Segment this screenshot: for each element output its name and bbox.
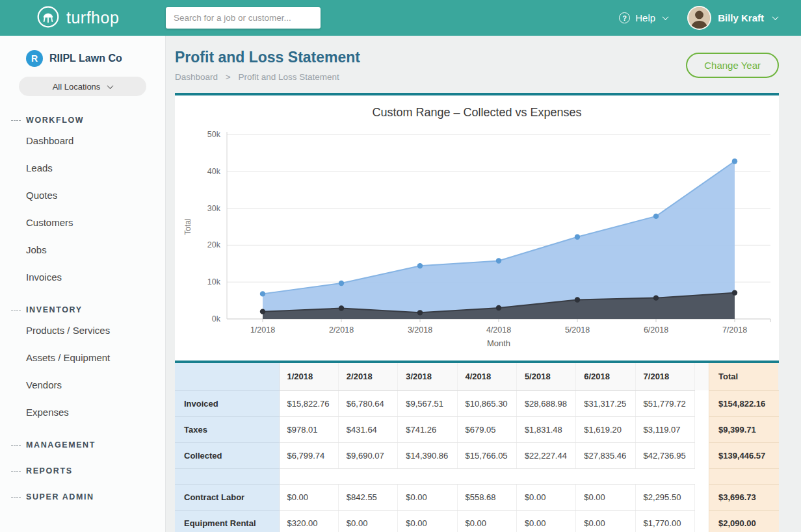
table-cell: $6,799.74 xyxy=(279,442,338,468)
sidebar-item-leads[interactable]: Leads xyxy=(0,155,165,182)
tree-dash-icon xyxy=(11,310,21,310)
table-gap-column xyxy=(695,510,709,532)
topbar-right: ? Help Billy Kraft xyxy=(619,6,801,30)
search-input[interactable] xyxy=(166,7,321,29)
row-label: Collected xyxy=(175,442,279,468)
table-cell: $28,688.98 xyxy=(516,390,575,416)
tree-dash-icon xyxy=(11,120,21,121)
company-badge-icon: R xyxy=(26,50,43,67)
table-cell: $1,831.48 xyxy=(516,416,575,442)
location-selector[interactable]: All Locations xyxy=(19,77,146,96)
breadcrumb-separator: > xyxy=(226,72,231,82)
tree-dash-icon xyxy=(11,445,21,446)
nav-section-management: MANAGEMENT xyxy=(0,438,165,452)
collected-vs-expenses-chart: 0k10k20k30k40k50kTotal1/20182/20183/2018… xyxy=(175,125,779,361)
svg-text:Total: Total xyxy=(183,218,192,234)
table-cell: $3,119.07 xyxy=(635,416,694,442)
nav-section-header-super-admin: SUPER ADMIN xyxy=(0,490,165,504)
profit-loss-panel: Custom Range – Collected vs Expenses 0k1… xyxy=(175,93,779,532)
row-label: Contract Labor xyxy=(175,484,279,510)
table-cell: $431.64 xyxy=(338,416,397,442)
chart-section: Custom Range – Collected vs Expenses 0k1… xyxy=(175,93,779,361)
row-total: $139,446.57 xyxy=(709,442,779,468)
sidebar-item-vendors[interactable]: Vendors xyxy=(0,372,165,399)
nav-section-workflow: WORKFLOWDashboardLeadsQuotesCustomersJob… xyxy=(0,113,165,291)
row-label: Equipment Rental xyxy=(175,510,279,532)
col-header-labels xyxy=(175,363,279,390)
table-gap-column xyxy=(695,468,709,484)
sidebar-item-customers[interactable]: Customers xyxy=(0,209,165,236)
table-cell: $15,822.76 xyxy=(279,390,338,416)
table-cell: $2,295.50 xyxy=(635,484,694,510)
topbar: turfhop ? Help Billy Kraft xyxy=(0,0,801,36)
sidebar-nav: WORKFLOWDashboardLeadsQuotesCustomersJob… xyxy=(0,113,165,504)
nav-section-label: REPORTS xyxy=(26,466,73,475)
svg-text:20k: 20k xyxy=(207,240,221,249)
svg-text:4/2018: 4/2018 xyxy=(486,325,511,335)
change-year-button[interactable]: Change Year xyxy=(686,53,779,78)
chevron-down-icon xyxy=(663,14,669,20)
row-total xyxy=(709,468,779,484)
table-cell: $0.00 xyxy=(338,510,397,532)
nav-section-header-reports: REPORTS xyxy=(0,464,165,478)
table-spacer-row xyxy=(175,468,779,484)
table-cell: $558.68 xyxy=(457,484,516,510)
table-cell: $9,567.51 xyxy=(398,390,457,416)
table-gap-column xyxy=(695,363,709,390)
col-header-4-2018: 4/2018 xyxy=(457,363,516,390)
svg-text:0k: 0k xyxy=(212,314,221,323)
col-header-3-2018: 3/2018 xyxy=(398,363,457,390)
table-cell: $741.26 xyxy=(398,416,457,442)
help-menu[interactable]: ? Help xyxy=(619,12,668,23)
user-menu[interactable]: Billy Kraft xyxy=(687,6,778,30)
turfhop-logo[interactable]: turfhop xyxy=(0,5,166,31)
sidebar-item-expenses[interactable]: Expenses xyxy=(0,399,165,426)
chevron-down-icon xyxy=(107,82,114,89)
sidebar-item-invoices[interactable]: Invoices xyxy=(0,264,165,291)
nav-section-header-management: MANAGEMENT xyxy=(0,438,165,452)
nav-section-label: WORKFLOW xyxy=(26,116,84,125)
table-section: 1/20182/20183/20184/20185/20186/20187/20… xyxy=(175,361,779,532)
table-row-equipment-rental: Equipment Rental$320.00$0.00$0.00$0.00$0… xyxy=(175,510,779,532)
svg-text:50k: 50k xyxy=(207,130,221,139)
nav-section-reports: REPORTS xyxy=(0,464,165,478)
svg-text:7/2018: 7/2018 xyxy=(722,325,747,335)
tree-dash-icon xyxy=(11,471,21,472)
table-row-taxes: Taxes$978.01$431.64$741.26$679.05$1,831.… xyxy=(175,416,779,442)
row-label: Invoiced xyxy=(175,390,279,416)
breadcrumb-dashboard[interactable]: Dashboard xyxy=(175,72,218,82)
table-cell: $27,835.46 xyxy=(576,442,635,468)
sidebar-item-jobs[interactable]: Jobs xyxy=(0,236,165,264)
row-label: Taxes xyxy=(175,416,279,442)
col-header-6-2018: 6/2018 xyxy=(576,363,635,390)
svg-text:30k: 30k xyxy=(207,204,221,213)
svg-text:40k: 40k xyxy=(207,167,221,176)
table-cell: $14,390.86 xyxy=(398,442,457,468)
company: R RIIPL Lawn Co xyxy=(0,36,165,67)
table-gap-column xyxy=(695,484,709,510)
page-header: Profit and Loss Statement Dashboard > Pr… xyxy=(175,47,779,82)
row-total: $2,090.00 xyxy=(709,510,779,532)
table-header-row: 1/20182/20183/20184/20185/20186/20187/20… xyxy=(175,363,779,390)
nav-section-label: MANAGEMENT xyxy=(26,440,96,450)
sidebar-item-dashboard[interactable]: Dashboard xyxy=(0,127,165,155)
table-cell: $0.00 xyxy=(398,510,457,532)
table-row-invoiced: Invoiced$15,822.76$6,780.64$9,567.51$10,… xyxy=(175,390,779,416)
nav-section-inventory: INVENTORYProducts / ServicesAssets / Equ… xyxy=(0,303,165,426)
sidebar-item-assets-equipment[interactable]: Assets / Equipment xyxy=(0,344,165,372)
table-cell: $978.01 xyxy=(279,416,338,442)
table-cell: $22,227.44 xyxy=(516,442,575,468)
table-gap-column xyxy=(695,390,709,416)
sidebar-item-products-services[interactable]: Products / Services xyxy=(0,317,165,344)
spacer-cells xyxy=(279,468,695,484)
nav-section-header-inventory: INVENTORY xyxy=(0,303,165,317)
sidebar: R RIIPL Lawn Co All Locations WORKFLOWDa… xyxy=(0,36,166,532)
breadcrumb-current: Profit and Loss Statement xyxy=(238,72,339,82)
help-label: Help xyxy=(635,12,655,23)
svg-text:5/2018: 5/2018 xyxy=(565,325,590,335)
table-cell: $0.00 xyxy=(576,484,635,510)
svg-text:1/2018: 1/2018 xyxy=(250,325,275,335)
table-cell: $0.00 xyxy=(516,510,575,532)
sidebar-item-quotes[interactable]: Quotes xyxy=(0,182,165,209)
breadcrumb: Dashboard > Profit and Loss Statement xyxy=(175,72,360,82)
